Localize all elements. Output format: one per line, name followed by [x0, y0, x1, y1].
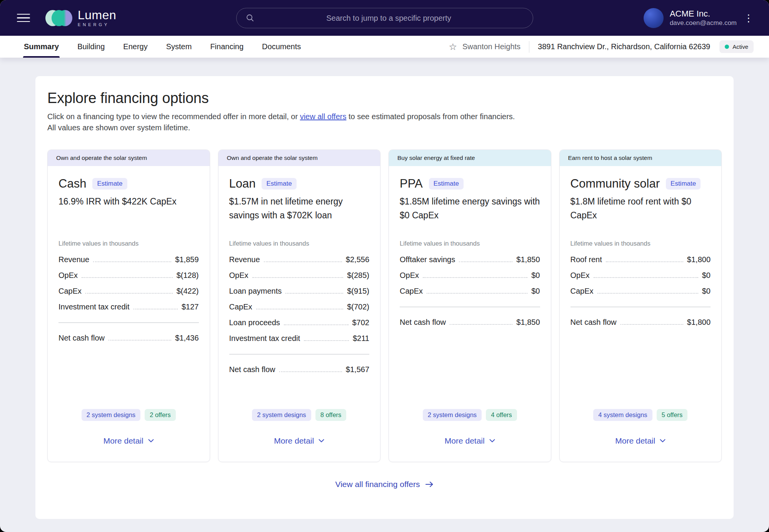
offers-chip: 8 offers — [315, 409, 347, 421]
line-item: Loan payments $(915) — [229, 286, 370, 296]
tab-financing[interactable]: Financing — [209, 36, 244, 58]
item-value: $1,859 — [175, 255, 199, 264]
chevron-down-icon — [319, 439, 324, 443]
dotted-leader — [108, 340, 171, 341]
item-label: OpEx — [229, 271, 249, 280]
financing-card-loan[interactable]: Own and operate the solar system Loan Es… — [218, 150, 381, 462]
item-label: CapEx — [400, 286, 423, 296]
financing-cards-row: Own and operate the solar system Cash Es… — [47, 150, 722, 462]
offers-chip: 2 offers — [145, 409, 176, 421]
line-item: CapEx $0 — [570, 286, 711, 296]
tab-documents[interactable]: Documents — [261, 36, 302, 58]
line-item: Investment tax credit $127 — [58, 302, 199, 311]
item-value: $211 — [353, 334, 369, 343]
dotted-leader — [606, 261, 683, 262]
line-item: Revenue $2,556 — [229, 255, 370, 264]
dotted-leader — [597, 293, 698, 294]
line-item: CapEx $(422) — [58, 286, 199, 296]
card-headline: $1.57M in net lifetime energy savings wi… — [229, 195, 370, 222]
account-company: ACME Inc. — [670, 8, 737, 19]
item-label: OpEx — [570, 271, 590, 280]
card-tagline: Own and operate the solar system — [48, 150, 210, 166]
intro-text: Click on a financing type to view the re… — [47, 111, 722, 133]
dotted-leader — [93, 261, 171, 262]
view-all-financing-offers-button[interactable]: View all financing offers — [335, 480, 434, 489]
item-value: $127 — [182, 302, 199, 311]
view-all-financing-offers-label: View all financing offers — [335, 480, 420, 489]
more-detail-label: More detail — [615, 436, 655, 446]
nav-tabs: Summary Building Energy System Financing… — [23, 36, 302, 58]
item-value: $0 — [702, 286, 711, 296]
net-cash-flow-row: Net cash flow $1,436 — [58, 333, 199, 342]
item-value: $2,556 — [346, 255, 369, 264]
tab-building[interactable]: Building — [77, 36, 105, 58]
financing-card-cash[interactable]: Own and operate the solar system Cash Es… — [47, 150, 210, 462]
item-label: CapEx — [58, 286, 82, 296]
card-title: Cash — [58, 177, 86, 191]
intro-line2: All values are shown over system lifetim… — [47, 123, 190, 132]
item-value: $0 — [702, 271, 711, 280]
card-title: Community solar — [570, 177, 660, 191]
top-header: Lumen ENERGY ACME Inc. dave.coen@acme.co… — [0, 0, 769, 36]
sum-divider — [58, 323, 199, 323]
property-navbar: Summary Building Energy System Financing… — [0, 36, 769, 58]
avatar — [644, 8, 664, 28]
property-name: Swanton Heights — [462, 42, 520, 51]
item-label: OpEx — [58, 271, 78, 280]
offers-chip: 5 offers — [657, 409, 688, 421]
values-caption: Lifetime values in thousands — [570, 240, 711, 247]
brand-name: Lumen — [78, 9, 116, 21]
tab-summary[interactable]: Summary — [23, 36, 60, 58]
more-detail-button[interactable]: More detail — [615, 436, 666, 446]
intro-before-link: Click on a financing type to view the re… — [47, 112, 300, 121]
net-cash-flow-row: Net cash flow $1,567 — [229, 365, 370, 374]
line-item: OpEx $(285) — [229, 271, 370, 280]
item-label: Loan payments — [229, 286, 282, 296]
item-label: Net cash flow — [400, 318, 446, 327]
financing-card-ppa[interactable]: Buy solar energy at fixed rate PPA Estim… — [389, 150, 551, 462]
intro-after-link: to see estimated proposals from other fi… — [346, 112, 515, 121]
more-detail-label: More detail — [103, 436, 143, 446]
item-label: Revenue — [58, 255, 89, 264]
favorite-star-icon[interactable]: ☆ — [449, 42, 457, 52]
dotted-leader — [284, 324, 349, 325]
sum-divider — [400, 307, 540, 307]
hamburger-menu-icon[interactable] — [17, 14, 30, 22]
dotted-leader — [85, 293, 173, 294]
net-cash-flow-row: Net cash flow $1,800 — [570, 318, 711, 327]
more-detail-label: More detail — [445, 436, 485, 446]
property-info: ☆ Swanton Heights 3891 Ranchview Dr., Ri… — [449, 40, 754, 53]
status-label: Active — [732, 43, 748, 50]
item-label: Net cash flow — [58, 333, 105, 342]
card-tagline: Earn rent to host a solar system — [560, 150, 722, 166]
status-badge: Active — [719, 40, 754, 53]
line-item: OpEx $0 — [400, 271, 540, 280]
chevron-down-icon — [489, 439, 495, 443]
lumen-logo: Lumen ENERGY — [45, 9, 116, 27]
estimate-badge: Estimate — [666, 178, 701, 190]
dotted-leader — [82, 277, 173, 278]
dotted-leader — [427, 293, 527, 294]
line-item: Revenue $1,859 — [58, 255, 199, 264]
financing-card-community-solar[interactable]: Earn rent to host a solar system Communi… — [559, 150, 722, 462]
account-menu[interactable]: ACME Inc. dave.coen@acme.com — [644, 8, 737, 28]
offers-chip: 4 offers — [486, 409, 517, 421]
chevron-down-icon — [148, 439, 154, 443]
search-input[interactable] — [254, 13, 524, 22]
vertical-divider — [529, 41, 529, 53]
property-search — [236, 8, 533, 28]
more-detail-button[interactable]: More detail — [274, 436, 324, 446]
card-tagline: Buy solar energy at fixed rate — [389, 150, 551, 166]
line-item: Investment tax credit $211 — [229, 334, 370, 343]
main-panel: Explore financing options Click on a fin… — [35, 76, 734, 519]
tab-system[interactable]: System — [165, 36, 193, 58]
dotted-leader — [252, 277, 344, 278]
more-detail-button[interactable]: More detail — [445, 436, 495, 446]
view-all-offers-link[interactable]: view all offers — [300, 112, 347, 121]
kebab-menu-icon[interactable]: ⋮ — [744, 13, 754, 23]
more-detail-button[interactable]: More detail — [103, 436, 154, 446]
logo-circles-icon — [45, 10, 72, 26]
values-caption: Lifetime values in thousands — [229, 240, 370, 247]
tab-energy[interactable]: Energy — [122, 36, 148, 58]
item-label: Investment tax credit — [58, 302, 130, 311]
